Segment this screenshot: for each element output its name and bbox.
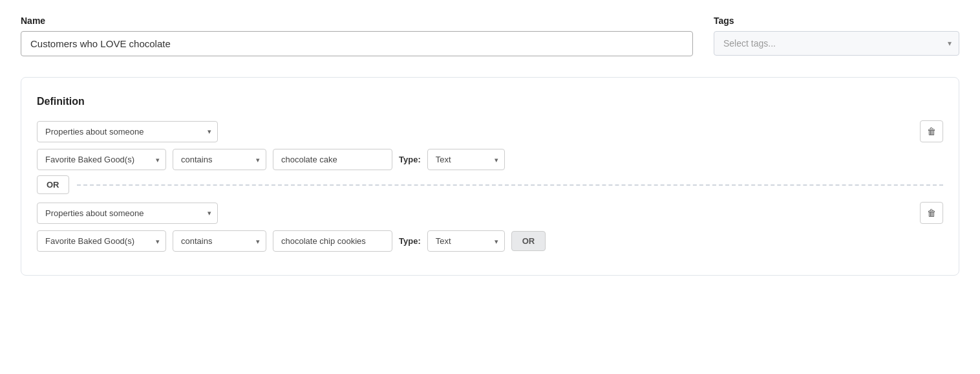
name-label: Name (21, 16, 693, 26)
field-dropdown-2[interactable]: Favorite Baked Good(s) ▾ (37, 230, 166, 252)
tags-select-wrapper: Select tags... ▾ (714, 31, 959, 56)
properties-row-1: Properties about someone ▾ 🗑 (37, 120, 943, 142)
properties-dropdown-1[interactable]: Properties about someone ▾ (37, 121, 218, 142)
delete-button-1[interactable]: 🗑 (920, 120, 943, 142)
form-header: Name Tags Select tags... ▾ (21, 16, 959, 56)
operator-dropdown-1[interactable]: contains ▾ (173, 149, 266, 170)
delete-button-2[interactable]: 🗑 (920, 202, 943, 224)
definition-section: Definition Properties about someone ▾ 🗑 … (21, 77, 959, 276)
condition-block-1: Properties about someone ▾ 🗑 Favorite Ba… (37, 120, 943, 170)
field-select-2[interactable]: Favorite Baked Good(s) (37, 230, 166, 252)
definition-title: Definition (37, 96, 943, 107)
tags-label: Tags (714, 16, 959, 26)
type-label-1: Type: (399, 155, 421, 164)
type-label-2: Type: (399, 236, 421, 246)
or-button[interactable]: OR (37, 175, 69, 194)
properties-select-1[interactable]: Properties about someone (37, 121, 218, 142)
filter-row-2: Favorite Baked Good(s) ▾ contains ▾ Type… (37, 230, 943, 252)
properties-dropdown-2[interactable]: Properties about someone ▾ (37, 203, 218, 224)
type-dropdown-1[interactable]: Text ▾ (427, 149, 505, 170)
field-dropdown-1[interactable]: Favorite Baked Good(s) ▾ (37, 149, 166, 170)
type-dropdown-2[interactable]: Text ▾ (427, 230, 505, 252)
field-select-1[interactable]: Favorite Baked Good(s) (37, 149, 166, 170)
type-select-1[interactable]: Text (427, 149, 505, 170)
tags-select[interactable]: Select tags... (714, 31, 959, 56)
or-dashed-line (77, 184, 944, 186)
filter-row-1: Favorite Baked Good(s) ▾ contains ▾ Type… (37, 149, 943, 170)
name-group: Name (21, 16, 693, 56)
operator-select-2[interactable]: contains (173, 230, 266, 252)
condition-block-2: Properties about someone ▾ 🗑 Favorite Ba… (37, 202, 943, 252)
or-divider: OR (37, 175, 943, 194)
type-select-2[interactable]: Text (427, 230, 505, 252)
value-input-2[interactable] (273, 230, 392, 252)
properties-row-2: Properties about someone ▾ 🗑 (37, 202, 943, 224)
tags-group: Tags Select tags... ▾ (714, 16, 959, 56)
or-action-button[interactable]: OR (511, 231, 546, 251)
value-input-1[interactable] (273, 149, 392, 170)
operator-select-1[interactable]: contains (173, 149, 266, 170)
operator-dropdown-2[interactable]: contains ▾ (173, 230, 266, 252)
properties-select-2[interactable]: Properties about someone (37, 203, 218, 224)
name-input[interactable] (21, 31, 693, 56)
